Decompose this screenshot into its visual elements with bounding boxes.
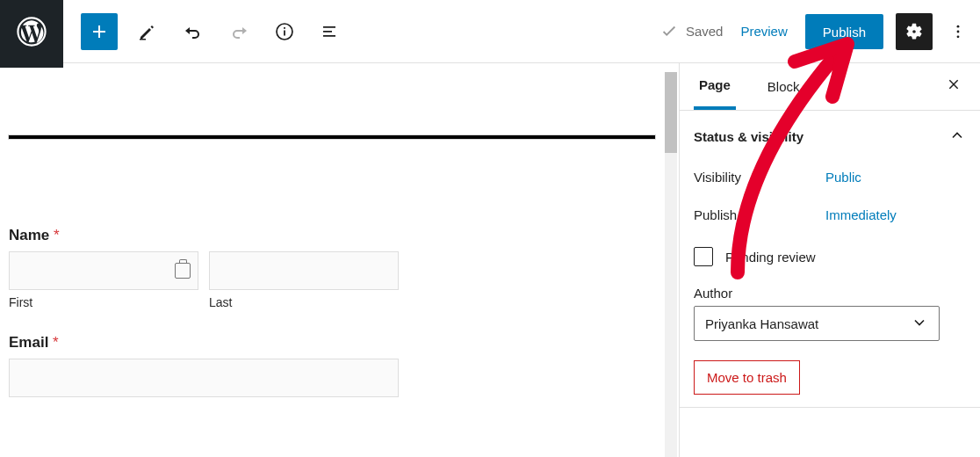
author-select-value: Priyanka Hansawat — [705, 316, 818, 331]
editor-canvas[interactable]: Name * First Last Email * — [0, 72, 664, 457]
plus-icon — [89, 21, 110, 42]
name-field-row: First Last — [9, 251, 655, 309]
chevron-down-icon — [911, 314, 928, 334]
publish-button[interactable]: Publish — [805, 14, 883, 49]
name-field-label: Name * — [9, 227, 655, 244]
list-view-icon — [320, 21, 341, 42]
visibility-value-link[interactable]: Public — [825, 170, 861, 185]
editor-scrollbar-track[interactable] — [665, 72, 677, 457]
settings-button[interactable] — [896, 13, 933, 50]
last-name-input[interactable] — [209, 251, 399, 290]
add-block-button[interactable] — [81, 13, 118, 50]
svg-point-4 — [957, 25, 960, 27]
wordpress-icon — [17, 17, 47, 47]
last-sublabel: Last — [209, 295, 399, 309]
first-name-input[interactable] — [9, 251, 198, 290]
sidebar-tabs: Page Block — [680, 63, 980, 111]
svg-point-6 — [957, 35, 960, 38]
svg-rect-3 — [284, 27, 285, 29]
publish-label: Publish — [694, 207, 825, 222]
pencil-icon — [137, 21, 158, 42]
editor-scrollbar-thumb[interactable] — [665, 72, 677, 153]
publish-row: Publish Immediately — [694, 207, 966, 222]
chevron-up-icon — [948, 127, 966, 147]
pending-review-label: Pending review — [725, 250, 816, 265]
close-sidebar-button[interactable] — [941, 72, 966, 101]
pending-review-checkbox[interactable] — [694, 247, 713, 266]
svg-point-5 — [957, 30, 960, 33]
check-icon — [659, 22, 679, 41]
last-name-column: Last — [209, 251, 399, 309]
toolbar-left — [81, 13, 346, 50]
preview-button[interactable]: Preview — [735, 24, 792, 39]
pending-review-row: Pending review — [694, 247, 966, 266]
undo-icon — [183, 21, 204, 42]
first-name-column: First — [9, 251, 198, 309]
author-label: Author — [694, 286, 966, 301]
outline-button[interactable] — [314, 16, 346, 47]
contact-card-icon — [175, 263, 191, 279]
author-select[interactable]: Priyanka Hansawat — [694, 306, 940, 341]
email-field: Email * — [9, 334, 655, 397]
toolbar-right: Saved Preview Publish — [659, 13, 980, 50]
email-input[interactable] — [9, 359, 399, 397]
email-field-label: Email * — [9, 334, 655, 352]
saved-label: Saved — [686, 24, 724, 39]
tab-block[interactable]: Block — [762, 63, 805, 110]
undo-button[interactable] — [177, 16, 209, 47]
status-visibility-toggle[interactable]: Status & visibility — [694, 127, 966, 147]
kebab-icon — [949, 23, 967, 40]
info-button[interactable] — [269, 16, 300, 47]
gear-icon — [904, 22, 924, 41]
tab-page[interactable]: Page — [694, 63, 736, 110]
close-icon — [947, 77, 961, 91]
svg-rect-2 — [284, 30, 285, 35]
saved-indicator: Saved — [659, 22, 724, 41]
more-options-button[interactable] — [945, 13, 971, 50]
publish-value-link[interactable]: Immediately — [825, 207, 897, 222]
info-icon — [274, 21, 295, 42]
status-visibility-panel: Status & visibility Visibility Public Pu… — [680, 111, 980, 408]
move-to-trash-button[interactable]: Move to trash — [694, 360, 800, 395]
visibility-label: Visibility — [694, 170, 825, 185]
redo-icon — [228, 21, 249, 42]
first-sublabel: First — [9, 295, 198, 309]
settings-sidebar: Page Block Status & visibility Visibilit… — [679, 63, 980, 457]
editor-topbar: Saved Preview Publish — [0, 0, 980, 63]
tools-edit-button[interactable] — [132, 16, 163, 47]
separator-block[interactable] — [9, 135, 655, 139]
wp-logo-button[interactable] — [0, 0, 63, 68]
redo-button[interactable] — [223, 16, 255, 47]
visibility-row: Visibility Public — [694, 170, 966, 185]
